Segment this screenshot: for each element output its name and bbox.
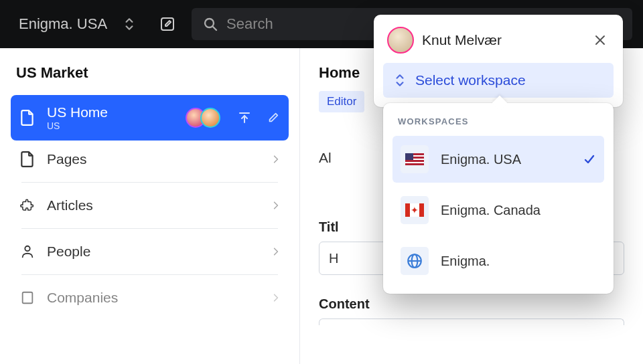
file-icon (20, 151, 35, 168)
pencil-icon[interactable] (267, 112, 279, 124)
svg-rect-6 (23, 292, 33, 304)
divider (21, 182, 278, 183)
building-icon (20, 289, 35, 306)
workspace-item-label: Enigma. Canada (441, 203, 541, 218)
flag-us-icon (401, 145, 429, 173)
chevron-right-icon (273, 154, 279, 165)
svg-rect-0 (161, 18, 173, 30)
file-icon (20, 109, 35, 126)
sidebar-item-label: US Home (47, 104, 173, 120)
workspace-item-label: Enigma. USA (441, 152, 521, 167)
check-icon (583, 153, 596, 166)
svg-point-5 (25, 246, 29, 251)
workspace-dropdown: WORKSPACES Enigma. USA ✦ Enigma. Canada … (383, 103, 614, 294)
svg-line-2 (213, 27, 216, 30)
sidebar-item-articles[interactable]: Articles (11, 187, 289, 224)
flag-ca-icon: ✦ (401, 196, 429, 224)
content-editor[interactable] (319, 318, 624, 325)
close-icon (593, 33, 607, 47)
field-label: Content (319, 296, 624, 312)
sidebar-item-label: People (47, 244, 261, 260)
puzzle-icon (20, 197, 35, 214)
close-button[interactable] (591, 31, 610, 50)
sidebar-item-label: Companies (47, 290, 261, 306)
sidebar-item-home[interactable]: US Home US (11, 95, 289, 141)
chevron-right-icon (273, 246, 279, 257)
popover-header: Knut Melvær (383, 25, 614, 63)
edit-icon (159, 16, 175, 32)
sidebar-item-companies[interactable]: Companies (11, 279, 289, 316)
publish-icon[interactable] (238, 111, 251, 124)
workspace-item-global[interactable]: Enigma. (392, 238, 604, 284)
sidebar-item-people[interactable]: People (11, 233, 289, 270)
workspace-label: Enigma. USA (19, 15, 107, 33)
svg-point-1 (205, 19, 214, 27)
sidebar-item-label: Pages (47, 151, 261, 167)
chevron-right-icon (273, 200, 279, 211)
workspace-item-canada[interactable]: ✦ Enigma. Canada (392, 187, 604, 234)
sidebar: US Market US Home US Pages (0, 48, 300, 364)
sort-icon (394, 73, 406, 88)
user-name: Knut Melvær (422, 32, 583, 48)
avatar (200, 108, 220, 128)
sidebar-title: US Market (0, 64, 299, 82)
sidebar-item-label: Articles (47, 197, 261, 213)
divider (21, 274, 278, 275)
sidebar-item-pages[interactable]: Pages (11, 141, 289, 178)
workspace-selector[interactable]: Enigma. USA (11, 10, 143, 38)
role-badge: Editor (319, 91, 364, 112)
sort-icon (123, 17, 135, 31)
presence-avatars (186, 108, 220, 128)
select-workspace-button[interactable]: Select workspace (383, 63, 614, 98)
divider (21, 228, 278, 229)
workspace-item-label: Enigma. (441, 254, 490, 269)
globe-icon (401, 247, 429, 275)
person-icon (20, 243, 35, 260)
dropdown-section-title: WORKSPACES (392, 114, 604, 132)
user-popover: Knut Melvær Select workspace (374, 15, 623, 107)
sidebar-item-sub: US (47, 120, 173, 131)
chevron-right-icon (273, 292, 279, 303)
select-workspace-label: Select workspace (415, 72, 526, 88)
edit-button[interactable] (154, 11, 181, 37)
content-field-block: Content (319, 296, 624, 325)
sidebar-nav: US Home US Pages Articles (0, 95, 299, 316)
user-avatar (387, 27, 414, 54)
search-icon (202, 16, 218, 32)
workspace-item-usa[interactable]: Enigma. USA (392, 136, 604, 183)
